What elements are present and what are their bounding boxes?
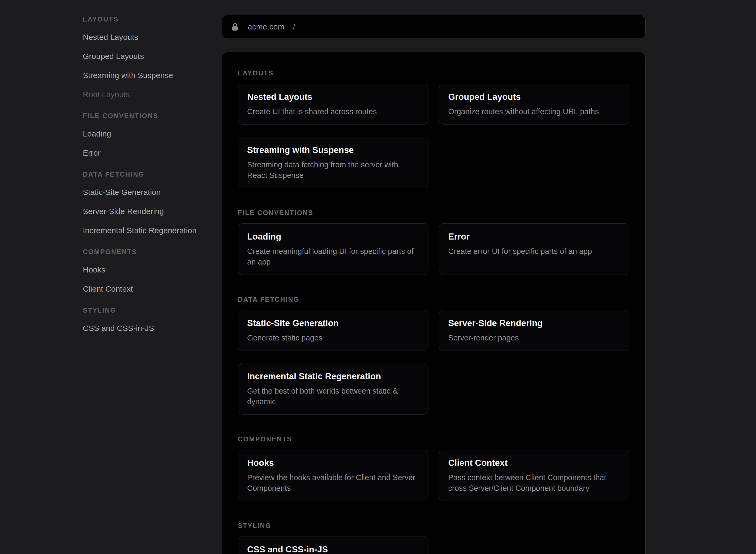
card-grid: Loading Create meaningful loading UI for… bbox=[238, 223, 629, 275]
content-stage: acme.com / LAYOUTS Nested Layouts Create… bbox=[222, 15, 645, 554]
sidebar-item-hooks[interactable]: Hooks bbox=[83, 266, 210, 274]
card-streaming-with-suspense[interactable]: Streaming with Suspense Streaming data f… bbox=[238, 137, 429, 188]
sidebar-item-streaming-with-suspense[interactable]: Streaming with Suspense bbox=[83, 71, 210, 80]
sidebar-item-nested-layouts[interactable]: Nested Layouts bbox=[83, 33, 210, 42]
card-title: Static-Site Generation bbox=[247, 318, 419, 329]
sidebar-item-client-context[interactable]: Client Context bbox=[83, 285, 210, 293]
card-title: Error bbox=[448, 231, 620, 242]
address-bar: acme.com / bbox=[222, 15, 645, 39]
card-loading[interactable]: Loading Create meaningful loading UI for… bbox=[238, 223, 429, 275]
section-styling: STYLING CSS and CSS-in-JS Preview the su… bbox=[238, 522, 629, 554]
card-description: Create error UI for specific parts of an… bbox=[448, 246, 620, 257]
card-error[interactable]: Error Create error UI for specific parts… bbox=[439, 223, 630, 275]
address-path: / bbox=[293, 22, 295, 31]
sidebar-item-css-and-css-in-js[interactable]: CSS and CSS-in-JS bbox=[83, 324, 210, 333]
card-description: Streaming data fetching from the server … bbox=[247, 159, 419, 181]
sidebar-section-file-conventions: FILE CONVENTIONS Loading Error bbox=[83, 112, 210, 157]
card-incremental-static-regeneration[interactable]: Incremental Static Regeneration Get the … bbox=[238, 363, 429, 414]
card-title: Grouped Layouts bbox=[448, 91, 620, 103]
card-description: Server-render pages bbox=[448, 333, 620, 343]
card-title: CSS and CSS-in-JS bbox=[247, 544, 419, 554]
section-layouts: LAYOUTS Nested Layouts Create UI that is… bbox=[238, 69, 629, 188]
sidebar-item-static-site-generation[interactable]: Static-Site Generation bbox=[83, 188, 210, 197]
section-components: COMPONENTS Hooks Preview the hooks avail… bbox=[238, 435, 629, 501]
sidebar-item-incremental-static-regeneration[interactable]: Incremental Static Regeneration bbox=[83, 226, 210, 235]
sidebar-item-grouped-layouts[interactable]: Grouped Layouts bbox=[83, 52, 210, 61]
sidebar-item-error[interactable]: Error bbox=[83, 149, 210, 157]
card-title: Hooks bbox=[247, 457, 419, 468]
sidebar-section-styling: STYLING CSS and CSS-in-JS bbox=[83, 307, 210, 333]
section-label: DATA FETCHING bbox=[238, 295, 629, 303]
sidebar-section-components: COMPONENTS Hooks Client Context bbox=[83, 248, 210, 293]
card-description: Pass context between Client Components t… bbox=[448, 472, 620, 493]
sidebar-section-data-fetching: DATA FETCHING Static-Site Generation Ser… bbox=[83, 170, 210, 235]
card-description: Create UI that is shared across routes bbox=[247, 106, 419, 117]
card-description: Get the best of both worlds between stat… bbox=[247, 386, 419, 407]
sidebar-item-server-side-rendering[interactable]: Server-Side Rendering bbox=[83, 207, 210, 216]
sidebar-item-loading[interactable]: Loading bbox=[83, 129, 210, 138]
section-file-conventions: FILE CONVENTIONS Loading Create meaningf… bbox=[238, 209, 629, 275]
card-server-side-rendering[interactable]: Server-Side Rendering Server-render page… bbox=[439, 310, 630, 351]
sidebar-section-layouts: LAYOUTS Nested Layouts Grouped Layouts S… bbox=[83, 15, 210, 99]
card-description: Organize routes without affecting URL pa… bbox=[448, 106, 620, 117]
lock-icon bbox=[232, 22, 239, 31]
card-grouped-layouts[interactable]: Grouped Layouts Organize routes without … bbox=[439, 84, 630, 124]
section-label: FILE CONVENTIONS bbox=[238, 209, 629, 216]
card-hooks[interactable]: Hooks Preview the hooks available for Cl… bbox=[238, 450, 429, 501]
sidebar-item-root-layouts: Root Layouts bbox=[83, 90, 210, 99]
sidebar-section-label: LAYOUTS bbox=[83, 15, 210, 23]
card-description: Generate static pages bbox=[247, 333, 419, 343]
sidebar-section-label: COMPONENTS bbox=[83, 248, 210, 256]
card-grid: CSS and CSS-in-JS Preview the supported … bbox=[238, 536, 629, 554]
card-title: Incremental Static Regeneration bbox=[247, 371, 419, 382]
sidebar: LAYOUTS Nested Layouts Grouped Layouts S… bbox=[83, 15, 210, 346]
address-domain: acme.com bbox=[248, 22, 284, 31]
card-description: Preview the hooks available for Client a… bbox=[247, 472, 419, 493]
card-grid: Nested Layouts Create UI that is shared … bbox=[238, 84, 629, 188]
section-label: COMPONENTS bbox=[238, 435, 629, 443]
card-grid: Hooks Preview the hooks available for Cl… bbox=[238, 450, 629, 501]
sidebar-section-label: DATA FETCHING bbox=[83, 170, 210, 178]
card-css-and-css-in-js[interactable]: CSS and CSS-in-JS Preview the supported … bbox=[238, 536, 429, 554]
main-panel: LAYOUTS Nested Layouts Create UI that is… bbox=[222, 52, 645, 554]
card-static-site-generation[interactable]: Static-Site Generation Generate static p… bbox=[238, 310, 429, 351]
card-nested-layouts[interactable]: Nested Layouts Create UI that is shared … bbox=[238, 84, 429, 124]
card-title: Loading bbox=[247, 231, 419, 242]
section-label: LAYOUTS bbox=[238, 69, 629, 77]
sidebar-section-label: STYLING bbox=[83, 307, 210, 314]
card-title: Nested Layouts bbox=[247, 91, 419, 103]
sidebar-section-label: FILE CONVENTIONS bbox=[83, 112, 210, 119]
section-label: STYLING bbox=[238, 522, 629, 529]
card-description: Create meaningful loading UI for specifi… bbox=[247, 246, 419, 267]
card-title: Streaming with Suspense bbox=[247, 145, 419, 156]
card-title: Server-Side Rendering bbox=[448, 318, 620, 329]
section-data-fetching: DATA FETCHING Static-Site Generation Gen… bbox=[238, 295, 629, 414]
card-client-context[interactable]: Client Context Pass context between Clie… bbox=[439, 450, 630, 501]
card-grid: Static-Site Generation Generate static p… bbox=[238, 310, 629, 414]
card-title: Client Context bbox=[448, 457, 620, 468]
